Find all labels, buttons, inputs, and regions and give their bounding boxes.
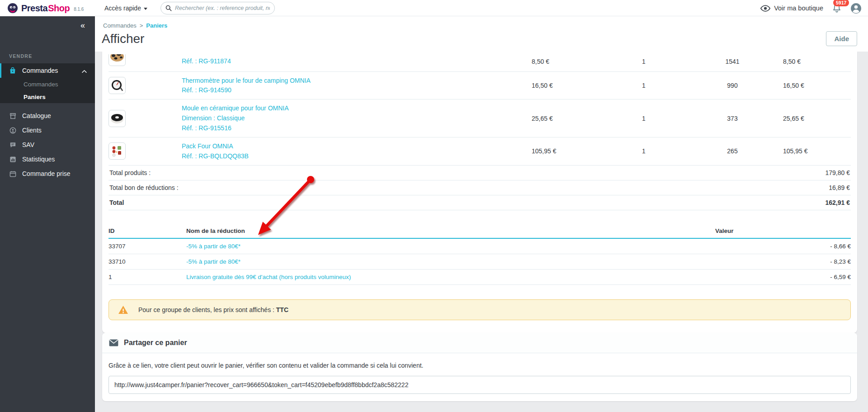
product-qty: 1 [606,52,682,71]
sidebar-item-clients[interactable]: Clients [0,123,95,137]
share-cart-description: Grâce à ce lien, votre client peut ouvri… [108,362,851,369]
share-cart-card: Partager ce panier Grâce à ce lien, votr… [102,333,857,401]
sidebar-item-statistiques[interactable]: Statistiques [0,152,95,166]
total-label: Total produits : [109,169,151,176]
sidebar-subitem-paniers[interactable]: Paniers [0,90,95,103]
table-row: 33707 -5% à partir de 80€* - 8,66 € [108,238,851,254]
prestashop-mascot-icon [7,3,18,14]
total-value: 16,89 € [829,184,850,191]
product-price: 25,65 € [532,99,606,137]
sidebar-item-label: Clients [22,127,42,134]
product-price: 8,50 € [532,52,606,71]
warning-text: Pour ce groupe de clients, les prix sont… [138,306,288,313]
product-name-link[interactable]: Pack Four OMNIA [182,142,532,151]
sidebar-item-sav[interactable]: SAV [0,137,95,152]
table-row: 33710 -5% à partir de 80€* - 8,23 € [108,254,851,269]
product-thumbnail [108,77,126,94]
help-button[interactable]: Aide [826,31,857,46]
sidebar-subitem-commandes[interactable]: Commandes [0,78,95,90]
sidebar-item-label: SAV [22,141,34,148]
total-label: Total bon de réductions : [109,184,179,191]
brand-shop: Shop [48,3,70,14]
product-total: 16,50 € [783,71,851,99]
breadcrumb-commandes[interactable]: Commandes [103,22,137,29]
global-search [160,2,275,14]
envelope-icon [109,339,118,346]
reduction-name-link[interactable]: Livraison gratuite dès 99€ d'achat (hors… [186,269,715,284]
page-header: Commandes > Paniers Afficher Aide [95,16,868,52]
product-qty: 1 [606,99,682,137]
column-header-value: Valeur [715,225,851,238]
topbar-right: Voir ma boutique 5917 [760,0,862,16]
eye-icon [760,5,770,12]
product-total: 25,65 € [783,99,851,137]
total-label: Total [109,199,124,206]
bar-chart-icon [9,156,16,163]
sidebar-collapse-button[interactable]: « [0,16,95,34]
breadcrumb-separator: > [140,22,143,29]
breadcrumb: Commandes > Paniers [103,22,167,29]
table-row: 1 Livraison gratuite dès 99€ d'achat (ho… [108,269,851,284]
reductions-table: ID Nom de la réduction Valeur 33707 -5% … [108,225,851,285]
sidebar-item-catalogue[interactable]: Catalogue [0,109,95,123]
table-row: Réf. : RG-911874 8,50 € 1 1541 8,50 € [108,52,851,71]
product-ref-link[interactable]: Réf. : RG-911874 [182,57,532,66]
main-content: Réf. : RG-911874 8,50 € 1 1541 8,50 € Th… [95,52,868,412]
product-ref-link[interactable]: Réf. : RG-BQLDQQ83B [182,152,532,161]
product-thumbnail [108,54,126,66]
table-row: Thermomètre pour le four de camping OMNI… [108,71,851,99]
page-title: Afficher [102,32,144,46]
reduction-value: - 8,23 € [715,254,851,269]
store-icon [9,112,16,119]
view-shop-link[interactable]: Voir ma boutique [760,5,823,12]
product-price: 16,50 € [532,71,606,99]
reduction-value: - 8,66 € [715,238,851,254]
product-qty: 1 [606,71,682,99]
product-name-link[interactable]: Thermomètre pour le four de camping OMNI… [182,76,532,85]
quick-access-menu[interactable]: Accès rapide [104,0,147,16]
product-stock: 1541 [682,52,783,71]
product-name-link[interactable]: Moule en céramique pour four OMNIA [182,104,532,113]
collapse-label: « [80,21,85,30]
reduction-id: 33707 [108,238,186,254]
share-cart-header: Partager ce panier [102,333,857,353]
topbar: PrestaShop 8.1.6 Accès rapide Voir ma bo… [0,0,868,16]
breadcrumb-paniers[interactable]: Paniers [146,22,167,29]
shopping-bag-icon [9,67,16,74]
notifications-button[interactable]: 5917 [832,4,841,14]
reduction-name-link[interactable]: -5% à partir de 80€* [186,254,715,269]
profile-menu[interactable] [850,3,862,14]
warning-triangle-icon [118,305,128,314]
ttc-warning-alert: Pour ce groupe de clients, les prix sont… [108,299,851,320]
sidebar-item-commandes[interactable]: Commandes [0,63,95,78]
share-cart-body: Grâce à ce lien, votre client peut ouvri… [102,353,857,401]
prestashop-logo: PrestaShop 8.1.6 [7,0,84,16]
sidebar: « VENDRE Commandes Commandes Paniers Cat… [0,16,95,412]
search-input[interactable] [175,5,270,11]
share-cart-title: Partager ce panier [124,339,187,347]
product-total: 105,95 € [783,137,851,165]
warning-ttc: TTC [276,306,288,313]
column-header-id: ID [108,225,186,238]
product-ref-link[interactable]: Réf. : RG-914590 [182,86,532,95]
reduction-value: - 6,59 € [715,269,851,284]
person-icon [9,127,16,134]
product-ref-link[interactable]: Réf. : RG-915516 [182,124,532,133]
column-header-name: Nom de la réduction [186,225,715,238]
product-stock: 265 [682,137,783,165]
avatar-icon [850,3,862,14]
table-row: Moule en céramique pour four OMNIA Dimen… [108,99,851,137]
share-cart-url-input[interactable] [108,376,851,394]
reduction-name-link[interactable]: -5% à partir de 80€* [186,238,715,254]
sidebar-item-label: Commandes [22,67,58,74]
sidebar-item-commande-prise[interactable]: Commande prise [0,166,95,181]
sidebar-item-label: Catalogue [22,112,51,119]
calendar-icon [9,170,16,177]
cart-products-table: Réf. : RG-911874 8,50 € 1 1541 8,50 € Th… [108,52,851,166]
product-stock: 373 [682,99,783,137]
product-variant-link[interactable]: Dimension : Classique [182,114,532,123]
product-thumbnail [108,142,126,160]
quick-access-label: Accès rapide [104,5,141,12]
reduction-id: 33710 [108,254,186,269]
product-price: 105,95 € [532,137,606,165]
